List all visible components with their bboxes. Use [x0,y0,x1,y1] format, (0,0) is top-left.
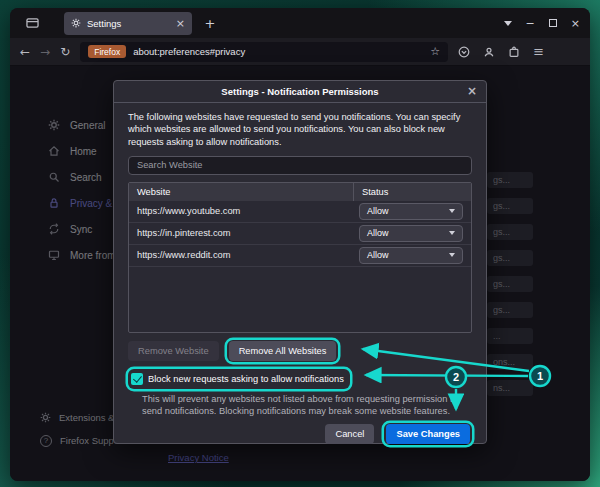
checkbox-help-text: This will prevent any websites not liste… [142,393,460,417]
table-row[interactable]: https://www.reddit.com Allow [129,245,471,267]
highlight-block-checkbox: Block new requests asking to allow notif… [128,369,350,389]
website-url: https://in.pinterest.com [129,228,353,238]
website-column-header[interactable]: Website [129,187,353,197]
pocket-icon[interactable] [458,46,470,58]
navigation-bar: ← → ↻ Firefox about:preferences#privacy … [10,38,590,66]
block-requests-checkbox[interactable] [131,373,143,385]
new-tab-button[interactable]: + [200,16,220,31]
status-value: Allow [367,250,449,260]
status-dropdown[interactable]: Allow [359,225,463,242]
notification-permissions-dialog: Settings - Notification Permissions × Th… [113,80,487,444]
dialog-title: Settings - Notification Permissions [221,86,378,97]
table-row[interactable]: https://www.youtube.com Allow [129,201,471,223]
extensions-icon[interactable] [508,46,520,58]
tab-title: Settings [87,18,170,29]
chevron-down-icon [449,253,455,257]
desktop-background: Settings × + − × ← → ↻ Firefox about:pre… [0,0,600,487]
back-button[interactable]: ← [20,46,30,58]
remove-all-websites-button[interactable]: Remove All Websites [229,341,337,361]
firefox-view-button[interactable] [20,12,44,34]
tab-settings[interactable]: Settings × [64,12,192,35]
chevron-down-icon [449,209,455,213]
website-url: https://www.reddit.com [129,250,353,260]
bookmark-star-icon[interactable]: ☆ [430,45,440,58]
websites-table: Website Status https://www.youtube.com A… [128,182,472,333]
chevron-down-icon [449,231,455,235]
address-bar[interactable]: Firefox about:preferences#privacy ☆ [80,42,448,62]
account-icon[interactable] [483,46,495,58]
status-dropdown[interactable]: Allow [359,203,463,220]
table-header: Website Status [129,183,471,201]
status-column-header[interactable]: Status [353,183,471,201]
window-close-button[interactable]: × [571,17,580,30]
highlight-save-changes: Save Changes [384,423,472,445]
search-website-input[interactable] [128,156,472,175]
dialog-title-bar: Settings - Notification Permissions × [114,81,486,103]
maximize-button[interactable] [549,19,557,27]
gear-icon [71,18,81,28]
table-empty-area [129,267,471,332]
remove-website-button[interactable]: Remove Website [128,341,219,361]
minimize-button[interactable]: − [526,17,535,30]
firefox-badge: Firefox [88,45,126,58]
url-text: about:preferences#privacy [133,46,423,57]
save-changes-button[interactable]: Save Changes [386,424,470,444]
firefox-view-icon [26,17,39,29]
status-dropdown[interactable]: Allow [359,247,463,264]
tab-list-chevron-icon[interactable] [504,21,512,26]
highlight-remove-all: Remove All Websites [227,340,339,362]
tab-close-icon[interactable]: × [176,17,185,30]
block-requests-label[interactable]: Block new requests asking to allow notif… [148,374,344,384]
table-row[interactable]: https://in.pinterest.com Allow [129,223,471,245]
forward-button[interactable]: → [40,46,50,58]
dialog-close-icon[interactable]: × [467,84,477,98]
reload-button[interactable]: ↻ [60,46,70,58]
status-value: Allow [367,206,449,216]
website-url: https://www.youtube.com [129,206,353,216]
tab-bar: Settings × + − × [10,8,590,38]
cancel-button[interactable]: Cancel [325,424,374,444]
status-column-label: Status [362,187,388,197]
status-value: Allow [367,228,449,238]
menu-icon[interactable]: ≡ [533,44,544,59]
dialog-description: The following websites have requested to… [128,111,472,148]
